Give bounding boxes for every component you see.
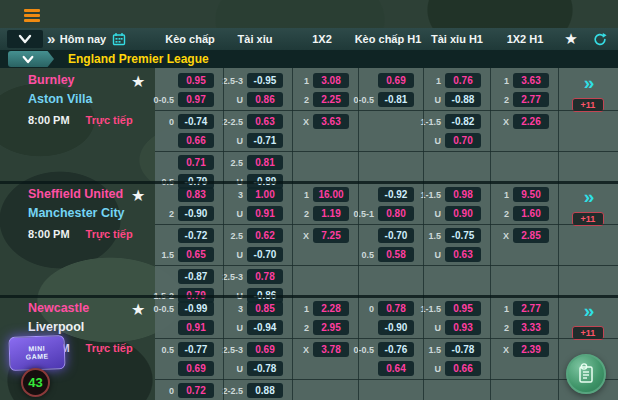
more-odds-button[interactable]: » (558, 72, 618, 94)
odds-chip[interactable]: 0.81 (247, 155, 283, 170)
odds-chip[interactable]: 3.78 (313, 342, 349, 357)
odds-chip[interactable]: -0.87 (178, 269, 214, 284)
odds-chip[interactable]: 0.98 (445, 187, 481, 202)
odds-chip[interactable]: 2.39 (513, 342, 549, 357)
odds-chip[interactable]: 0.62 (247, 228, 283, 243)
odds-chip[interactable]: 0.71 (178, 155, 214, 170)
odds-chip[interactable]: 1.60 (513, 206, 549, 221)
odds-chip[interactable]: 2.25 (313, 92, 349, 107)
odds-chip[interactable]: 16.00 (313, 187, 349, 202)
collapse-all-button[interactable] (7, 30, 43, 48)
odds-chip[interactable]: 2.77 (513, 92, 549, 107)
odds-chip[interactable]: 0.63 (247, 114, 283, 129)
odds-chip[interactable]: 3.08 (313, 73, 349, 88)
odds-chip[interactable]: -0.92 (378, 187, 414, 202)
odds-chip[interactable]: -0.72 (178, 228, 214, 243)
odds-cell: 0-0.5-0.81 (358, 91, 423, 108)
odds-chip[interactable]: -0.90 (378, 320, 414, 335)
odds-chip[interactable]: 7.25 (313, 228, 349, 243)
match-separator (0, 295, 618, 298)
odds-chip[interactable]: -0.75 (445, 228, 481, 243)
odds-chip[interactable]: -0.71 (247, 133, 283, 148)
odds-chip[interactable]: 0.95 (445, 301, 481, 316)
odds-chip[interactable]: -0.74 (178, 114, 214, 129)
bet-slip-button[interactable] (566, 354, 606, 394)
odds-cell: 00.78 (358, 300, 423, 317)
tab-tai-xiu[interactable]: Tài xỉu (238, 28, 273, 50)
star-icon[interactable]: ★ (564, 28, 577, 50)
odds-chip[interactable]: 0.64 (378, 361, 414, 376)
tab-tai-xiu-h1[interactable]: Tài xỉu H1 (431, 28, 483, 50)
more-odds-button[interactable]: » (558, 186, 618, 208)
odds-chip[interactable]: 0.69 (247, 342, 283, 357)
odds-chip[interactable]: -0.78 (445, 342, 481, 357)
odds-chip[interactable]: 1.19 (313, 206, 349, 221)
favorite-star-icon[interactable]: ★ (131, 72, 145, 91)
odds-chip[interactable]: -0.90 (178, 206, 214, 221)
odds-chip[interactable]: 2.77 (513, 301, 549, 316)
odds-chip[interactable]: 0.66 (445, 361, 481, 376)
odds-chip[interactable]: 0.90 (445, 206, 481, 221)
odds-chip[interactable]: 0.65 (178, 247, 214, 262)
tab-1x2-h1[interactable]: 1X2 H1 (507, 28, 544, 50)
odds-chip[interactable]: 0.97 (178, 92, 214, 107)
odds-chip[interactable]: -0.76 (378, 342, 414, 357)
odds-chip[interactable]: -0.70 (247, 247, 283, 262)
odds-chip[interactable]: 0.93 (445, 320, 481, 335)
favorite-star-icon[interactable]: ★ (131, 186, 145, 205)
odds-chip[interactable]: -0.94 (247, 320, 283, 335)
menu-hamburger-icon[interactable] (24, 7, 42, 22)
odds-chip[interactable]: 0.86 (247, 92, 283, 107)
odds-chip[interactable]: -0.88 (445, 92, 481, 107)
odds-chip[interactable]: 2.85 (513, 228, 549, 243)
more-odds-button[interactable]: » (558, 300, 618, 322)
odds-chip[interactable]: 0.95 (178, 73, 214, 88)
group-separator (155, 224, 618, 225)
odds-cell: 1.5-0.78 (423, 341, 490, 358)
odds-chip[interactable]: 3.63 (313, 114, 349, 129)
live-label[interactable]: Trực tiếp (86, 228, 133, 240)
live-label[interactable]: Trực tiếp (86, 114, 133, 126)
odds-chip[interactable]: -0.70 (378, 228, 414, 243)
odds-chip[interactable]: 0.69 (378, 73, 414, 88)
odds-chip[interactable]: 1.00 (247, 187, 283, 202)
favorite-star-icon[interactable]: ★ (131, 300, 145, 319)
odds-chip[interactable]: 0.88 (247, 383, 283, 398)
column-divider (423, 68, 424, 400)
tab-hom-nay[interactable]: Hôm nay (60, 28, 106, 50)
odds-chip[interactable]: 2.95 (313, 320, 349, 335)
live-label[interactable]: Trực tiếp (86, 342, 133, 354)
odds-chip[interactable]: 2.26 (513, 114, 549, 129)
odds-chip[interactable]: -0.82 (445, 114, 481, 129)
minigame-widget[interactable]: MINI GAME 43 (4, 334, 70, 400)
odds-chip[interactable]: 0.91 (247, 206, 283, 221)
odds-chip[interactable]: 0.78 (247, 269, 283, 284)
collapse-league-button[interactable] (8, 51, 54, 67)
odds-chip[interactable]: -0.99 (178, 301, 214, 316)
odds-chip[interactable]: 0.85 (247, 301, 283, 316)
odds-chip[interactable]: -0.81 (378, 92, 414, 107)
odds-chip[interactable]: 0.83 (178, 187, 214, 202)
odds-chip[interactable]: 0.69 (178, 361, 214, 376)
tab-keo-chap-h1[interactable]: Kèo chấp H1 (355, 28, 422, 50)
odds-chip[interactable]: -0.95 (247, 73, 283, 88)
odds-chip[interactable]: 0.72 (178, 383, 214, 398)
odds-chip[interactable]: 0.91 (178, 320, 214, 335)
calendar-icon[interactable] (112, 28, 126, 50)
odds-chip[interactable]: 0.70 (445, 133, 481, 148)
odds-chip[interactable]: 0.63 (445, 247, 481, 262)
odds-chip[interactable]: -0.78 (247, 361, 283, 376)
odds-chip[interactable]: 9.50 (513, 187, 549, 202)
odds-chip[interactable]: 3.63 (513, 73, 549, 88)
odds-chip[interactable]: 3.33 (513, 320, 549, 335)
odds-chip[interactable]: 0.58 (378, 247, 414, 262)
odds-chip[interactable]: 0.76 (445, 73, 481, 88)
odds-chip[interactable]: -0.77 (178, 342, 214, 357)
tab-keo-chap[interactable]: Kèo chấp (165, 28, 215, 50)
odds-chip[interactable]: 0.78 (378, 301, 414, 316)
odds-chip[interactable]: 0.80 (378, 206, 414, 221)
odds-chip[interactable]: 0.66 (178, 133, 214, 148)
refresh-icon[interactable] (593, 28, 608, 50)
odds-chip[interactable]: 2.28 (313, 301, 349, 316)
tab-1x2[interactable]: 1X2 (312, 28, 332, 50)
